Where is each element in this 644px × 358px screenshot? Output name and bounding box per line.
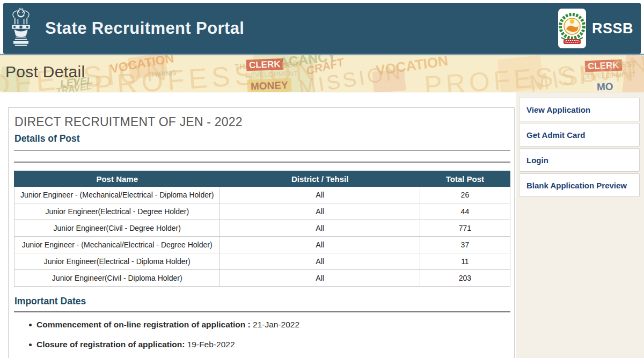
- district-cell: All: [220, 237, 420, 253]
- table-row: Junior Engineer(Civil - Diploma Holder)A…: [14, 270, 510, 287]
- page-title: Post Detail: [5, 63, 85, 81]
- total-post-cell: 37: [420, 237, 510, 253]
- table-header-row: Post NameDistrict / TehsilTotal Post: [14, 171, 510, 187]
- post-name-cell: Junior Engineer(Civil - Degree Holder): [14, 220, 220, 237]
- banner-watermark-word: DEVELOPMENT: [245, 70, 298, 78]
- total-post-cell: 44: [420, 203, 510, 220]
- column-header-0: Post Name: [14, 171, 220, 187]
- divider: [14, 150, 510, 151]
- table-row: Junior Engineer - (Mechanical/Electrical…: [14, 187, 510, 203]
- details-of-post-heading: Details of Post: [14, 133, 510, 144]
- sidebar-item-login[interactable]: Login: [519, 148, 640, 172]
- table-row: Junior Engineer(Electrical - Diploma Hol…: [14, 253, 510, 270]
- district-cell: All: [220, 220, 420, 237]
- district-cell: All: [220, 270, 420, 287]
- sidebar-item-blank-application-preview[interactable]: Blank Application Preview: [519, 173, 640, 197]
- rssb-logo-icon: [558, 9, 586, 48]
- posts-table: Post NameDistrict / TehsilTotal Post Jun…: [14, 171, 510, 287]
- post-name-cell: Junior Engineer - (Mechanical/Electrical…: [14, 187, 220, 203]
- date-value: 19-Feb-2022: [187, 340, 235, 349]
- page-banner: PROFESSIONPROFESSIONPROFESSIONVOCATIONVO…: [0, 55, 644, 92]
- important-date-item: Closure of registration of application: …: [29, 340, 510, 349]
- table-row: Junior Engineer - (Mechanical/Electrical…: [14, 237, 510, 253]
- logo-wrap: RSSB: [558, 9, 633, 48]
- important-dates-heading: Important Dates: [14, 296, 510, 307]
- sidebar-item-get-admit-card[interactable]: Get Admit Card: [519, 123, 640, 147]
- total-post-cell: 771: [420, 220, 510, 237]
- divider: [14, 162, 510, 163]
- district-cell: All: [220, 203, 420, 220]
- total-post-cell: 11: [420, 253, 510, 270]
- total-post-cell: 26: [420, 187, 510, 203]
- post-name-cell: Junior Engineer(Electrical - Degree Hold…: [14, 203, 220, 220]
- column-header-2: Total Post: [420, 171, 510, 187]
- table-row: Junior Engineer(Civil - Degree Holder)Al…: [14, 220, 510, 237]
- sidebar: View ApplicationGet Admit CardLoginBlank…: [516, 92, 644, 358]
- sidebar-item-view-application[interactable]: View Application: [519, 98, 640, 121]
- date-label: Commencement of on-line registration of …: [36, 320, 253, 329]
- main-column: DIRECT RECRUITMENT OF JEN - 2022 Details…: [0, 92, 516, 358]
- recruitment-heading: DIRECT RECRUITMENT OF JEN - 2022: [14, 115, 510, 129]
- date-label: Closure of registration of application:: [36, 340, 187, 349]
- column-header-1: District / Tehsil: [220, 171, 420, 187]
- post-name-cell: Junior Engineer(Electrical - Diploma Hol…: [14, 253, 220, 270]
- app-header: State Recruitment Portal RSSB: [3, 3, 641, 54]
- post-name-cell: Junior Engineer - (Mechanical/Electrical…: [14, 237, 220, 253]
- banner-watermark-word: CLERK: [246, 59, 283, 71]
- ashoka-emblem-icon: [10, 7, 32, 50]
- table-row: Junior Engineer(Electrical - Degree Hold…: [14, 203, 510, 220]
- content: DIRECT RECRUITMENT OF JEN - 2022 Details…: [0, 92, 644, 358]
- divider: [14, 311, 510, 312]
- date-value: 21-Jan-2022: [253, 320, 299, 329]
- main-panel: DIRECT RECRUITMENT OF JEN - 2022 Details…: [8, 107, 515, 358]
- important-date-item: Commencement of on-line registration of …: [29, 320, 510, 330]
- app-title: State Recruitment Portal: [45, 19, 244, 38]
- logo-text: RSSB: [592, 20, 633, 37]
- banner-watermark-word: BEST: [281, 60, 303, 69]
- page: State Recruitment Portal RSSB PROFESSION…: [0, 0, 644, 358]
- district-cell: All: [220, 253, 420, 270]
- post-name-cell: Junior Engineer(Civil - Diploma Holder): [14, 270, 220, 287]
- district-cell: All: [220, 187, 420, 203]
- total-post-cell: 203: [420, 270, 510, 287]
- important-dates-list: Commencement of on-line registration of …: [14, 320, 510, 349]
- banner-watermark-word: MONEY: [247, 78, 292, 92]
